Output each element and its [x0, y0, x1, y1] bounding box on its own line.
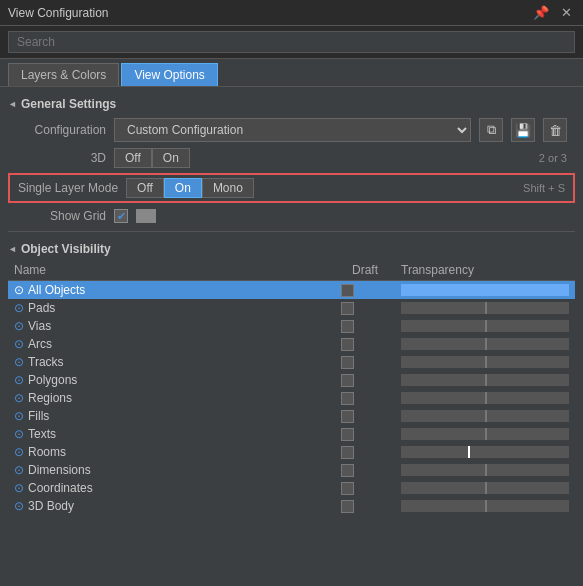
- visibility-eye-icon[interactable]: ⊙: [14, 319, 24, 333]
- visibility-eye-icon[interactable]: ⊙: [14, 445, 24, 459]
- 3d-off-button[interactable]: Off: [114, 148, 152, 168]
- transparency-bar[interactable]: [401, 284, 569, 296]
- draft-checkbox[interactable]: [341, 320, 354, 333]
- configuration-label: Configuration: [16, 123, 106, 137]
- transparency-cell: [395, 461, 575, 479]
- 3d-on-button[interactable]: On: [152, 148, 190, 168]
- object-name-cell: ⊙Regions: [8, 389, 335, 407]
- visibility-eye-icon[interactable]: ⊙: [14, 373, 24, 387]
- object-name-cell: ⊙Arcs: [8, 335, 335, 353]
- content-area: General Settings Configuration Custom Co…: [0, 87, 583, 586]
- transparency-bar[interactable]: [401, 428, 569, 440]
- visibility-eye-icon[interactable]: ⊙: [14, 337, 24, 351]
- table-row[interactable]: ⊙Coordinates: [8, 479, 575, 497]
- table-row[interactable]: ⊙Dimensions: [8, 461, 575, 479]
- table-row[interactable]: ⊙Pads: [8, 299, 575, 317]
- 3d-label: 3D: [16, 151, 106, 165]
- general-settings-header: General Settings: [8, 93, 575, 115]
- delete-config-button[interactable]: 🗑: [543, 118, 567, 142]
- transparency-bar[interactable]: [401, 500, 569, 512]
- visibility-eye-icon[interactable]: ⊙: [14, 463, 24, 477]
- transparency-bar[interactable]: [401, 482, 569, 494]
- search-bar: [0, 26, 583, 59]
- col-name: Name: [8, 260, 335, 281]
- transparency-cell: [395, 353, 575, 371]
- object-name-cell: ⊙Coordinates: [8, 479, 335, 497]
- draft-cell: [335, 389, 395, 407]
- transparency-cell: [395, 443, 575, 461]
- draft-cell: [335, 425, 395, 443]
- table-row[interactable]: ⊙Rooms: [8, 443, 575, 461]
- transparency-bar[interactable]: [401, 374, 569, 386]
- draft-checkbox[interactable]: [341, 284, 354, 297]
- table-row[interactable]: ⊙Polygons: [8, 371, 575, 389]
- col-draft: Draft: [335, 260, 395, 281]
- draft-checkbox[interactable]: [341, 374, 354, 387]
- transparency-bar[interactable]: [401, 338, 569, 350]
- transparency-bar[interactable]: [401, 464, 569, 476]
- slm-off-button[interactable]: Off: [126, 178, 164, 198]
- save-config-button[interactable]: 💾: [511, 118, 535, 142]
- show-grid-row: Show Grid ✔: [8, 205, 575, 227]
- draft-checkbox[interactable]: [341, 482, 354, 495]
- draft-checkbox[interactable]: [341, 302, 354, 315]
- visibility-eye-icon[interactable]: ⊙: [14, 481, 24, 495]
- table-row[interactable]: ⊙Texts: [8, 425, 575, 443]
- visibility-eye-icon[interactable]: ⊙: [14, 409, 24, 423]
- transparency-bar[interactable]: [401, 320, 569, 332]
- draft-checkbox[interactable]: [341, 446, 354, 459]
- draft-cell: [335, 371, 395, 389]
- draft-checkbox[interactable]: [341, 410, 354, 423]
- transparency-cell: [395, 425, 575, 443]
- transparency-cell: [395, 389, 575, 407]
- transparency-cell: [395, 479, 575, 497]
- tab-view-options[interactable]: View Options: [121, 63, 217, 86]
- tab-layers-colors[interactable]: Layers & Colors: [8, 63, 119, 86]
- object-name-cell: ⊙All Objects: [8, 281, 335, 300]
- table-row[interactable]: ⊙Arcs: [8, 335, 575, 353]
- slm-on-button[interactable]: On: [164, 178, 202, 198]
- visibility-eye-icon[interactable]: ⊙: [14, 301, 24, 315]
- visibility-eye-icon[interactable]: ⊙: [14, 283, 24, 297]
- 3d-row: 3D Off On 2 or 3: [8, 145, 575, 171]
- draft-cell: [335, 281, 395, 300]
- draft-checkbox[interactable]: [341, 392, 354, 405]
- table-row[interactable]: ⊙Regions: [8, 389, 575, 407]
- transparency-bar[interactable]: [401, 410, 569, 422]
- draft-checkbox[interactable]: [341, 464, 354, 477]
- close-button[interactable]: ✕: [558, 5, 575, 20]
- table-row[interactable]: ⊙Tracks: [8, 353, 575, 371]
- window-title: View Configuration: [8, 6, 109, 20]
- single-layer-mode-row: Single Layer Mode Off On Mono Shift + S: [8, 173, 575, 203]
- transparency-bar[interactable]: [401, 446, 569, 458]
- pin-button[interactable]: 📌: [530, 5, 552, 20]
- object-visibility-header: Object Visibility: [8, 238, 575, 260]
- draft-checkbox[interactable]: [341, 356, 354, 369]
- table-row[interactable]: ⊙All Objects: [8, 281, 575, 300]
- draft-checkbox[interactable]: [341, 500, 354, 513]
- show-grid-checkbox[interactable]: ✔: [114, 209, 128, 223]
- copy-config-button[interactable]: ⧉: [479, 118, 503, 142]
- draft-cell: [335, 443, 395, 461]
- table-row[interactable]: ⊙Fills: [8, 407, 575, 425]
- visibility-eye-icon[interactable]: ⊙: [14, 391, 24, 405]
- slm-label: Single Layer Mode: [18, 181, 118, 195]
- transparency-bar[interactable]: [401, 302, 569, 314]
- draft-checkbox[interactable]: [341, 338, 354, 351]
- visibility-eye-icon[interactable]: ⊙: [14, 427, 24, 441]
- draft-cell: [335, 317, 395, 335]
- draft-checkbox[interactable]: [341, 428, 354, 441]
- table-row[interactable]: ⊙Vias: [8, 317, 575, 335]
- configuration-select[interactable]: Custom Configuration Default: [114, 118, 471, 142]
- draft-cell: [335, 461, 395, 479]
- table-row[interactable]: ⊙3D Body: [8, 497, 575, 515]
- configuration-row: Configuration Custom Configuration Defau…: [8, 115, 575, 145]
- search-input[interactable]: [8, 31, 575, 53]
- slm-mono-button[interactable]: Mono: [202, 178, 254, 198]
- transparency-bar[interactable]: [401, 392, 569, 404]
- grid-color-swatch[interactable]: [136, 209, 156, 223]
- visibility-eye-icon[interactable]: ⊙: [14, 355, 24, 369]
- visibility-eye-icon[interactable]: ⊙: [14, 499, 24, 513]
- object-name-cell: ⊙Dimensions: [8, 461, 335, 479]
- transparency-bar[interactable]: [401, 356, 569, 368]
